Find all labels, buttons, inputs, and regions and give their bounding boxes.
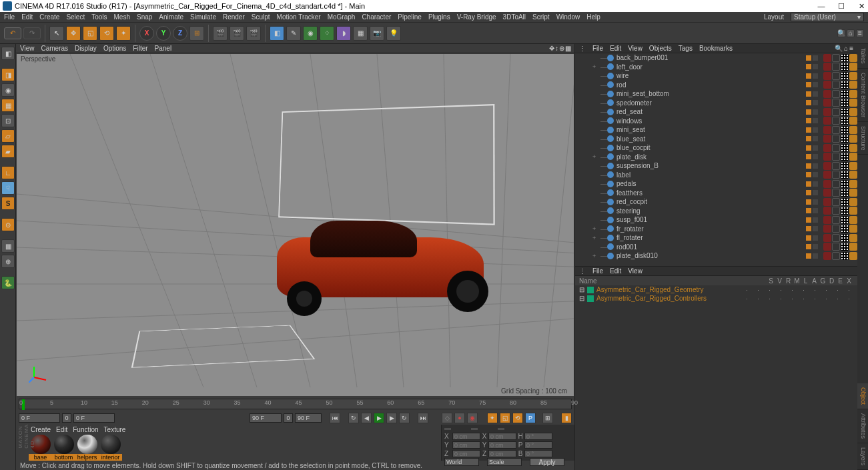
coord-system-toggle[interactable]: ⊞ [189,26,204,41]
menu-mesh[interactable]: Mesh [114,13,130,21]
vp-menu-filter[interactable]: Filter [133,45,147,52]
menu-file[interactable]: File [4,13,15,21]
record-button[interactable]: ● [454,413,465,423]
texture-mode[interactable]: ◉ [1,83,15,97]
object-row[interactable]: —spedometer [575,99,857,108]
maximize-button[interactable]: ☐ [837,2,845,11]
layer-list[interactable]: ⊟Asymmetric_Car_Rigged_Geometry·········… [575,285,857,470]
z-axis-lock[interactable]: Z [173,26,187,41]
menu-window[interactable]: Window [556,13,580,21]
om-home-icon[interactable]: ⌂ [844,45,848,52]
model-mode[interactable]: ◨ [1,68,15,81]
object-row[interactable]: —featthers [575,189,857,198]
make-editable-button[interactable]: ◧ [1,47,15,60]
material-helpers[interactable]: helpers [75,434,99,461]
object-row[interactable]: —label [575,171,857,180]
menu-plugins[interactable]: Plugins [428,13,450,21]
minimize-button[interactable]: — [817,2,825,10]
viewport-solo[interactable]: ▦ [1,239,15,253]
key-scale-button[interactable]: ◱ [500,413,510,423]
close-button[interactable]: ✕ [857,2,865,11]
om-grip-icon[interactable]: ⋮ [579,45,586,52]
layer-row[interactable]: ⊟Asymmetric_Car_Rigged_Geometry·········… [575,285,857,294]
undo-button[interactable]: ↶ [4,27,21,39]
om-menu-objects[interactable]: Objects [649,45,672,52]
vp-menu-view[interactable]: View [20,45,35,52]
start-pad[interactable]: 0 [62,413,71,423]
layer-row[interactable]: ⊟Asymmetric_Car_Rigged_Controllers······… [575,294,857,303]
lm-menu-file[interactable]: File [592,267,603,275]
material-interior[interactable]: interior [99,434,122,461]
material-shelf[interactable]: basebottomhelpersinterior [27,434,441,461]
redo-button[interactable]: ↷ [23,27,41,39]
object-row[interactable]: —rod001 [575,243,857,252]
menu-edit[interactable]: Edit [21,13,33,21]
menu-vray[interactable]: V-Ray Bridge [457,13,496,21]
rotate-tool[interactable]: ⟲ [99,26,114,41]
workplane-mode[interactable]: ▦ [1,99,15,112]
object-row[interactable]: —susp_f001 [575,215,857,225]
live-select-tool[interactable]: ↖ [49,26,64,41]
camera-object[interactable]: 📷 [370,26,384,41]
goto-end-button[interactable]: ⏭ [418,413,428,423]
menu-tools[interactable]: Tools [91,13,107,21]
coord-system-select[interactable]: World [444,458,479,466]
om-search-icon[interactable]: 🔍 [835,45,843,52]
object-row[interactable]: —pedals [575,179,857,189]
object-row[interactable]: —steering [575,207,857,216]
vp-zoom-icon[interactable]: ↕ [555,45,558,52]
menu-help[interactable]: Help [586,13,600,21]
timeline-marker-button[interactable]: ▮ [561,413,572,423]
apply-button[interactable]: Apply [530,458,564,466]
side-tab-content[interactable]: Content Browser [857,69,868,122]
om-opts-icon[interactable]: ≡ [849,45,853,52]
object-row[interactable]: +—left_door [575,63,857,72]
polygon-mode[interactable]: ▰ [1,145,15,158]
light-object[interactable]: 💡 [386,26,401,41]
object-row[interactable]: —red_cocpit [575,197,857,207]
python-mode[interactable]: 🐍 [1,276,15,289]
render-settings-button[interactable]: 🎬 [246,26,261,41]
object-row[interactable]: —windows [575,117,857,126]
side-tab-layers[interactable]: Layers [857,443,868,470]
vp-layout-icon[interactable]: ▦ [565,45,570,52]
vp-rotate-icon[interactable]: ⊕ [559,45,564,52]
side-tab-structure[interactable]: Structure [857,122,868,155]
menu-create[interactable]: Create [39,13,59,21]
object-row[interactable]: +—plate_disk [575,153,857,162]
end-pad[interactable]: 0 [284,413,293,423]
point-mode[interactable]: ⊡ [1,114,15,127]
side-tab-takes[interactable]: Takes [857,44,868,69]
start-frame-field[interactable]: 0 F [19,413,60,423]
pen-tool[interactable]: ✎ [286,26,301,41]
x-axis-lock[interactable]: X [139,26,154,41]
object-row[interactable]: +—plate_disk010 [575,251,857,261]
menu-animate[interactable]: Animate [159,13,183,21]
menu-script[interactable]: Script [532,13,550,21]
object-row[interactable]: —mini_seat [575,125,857,135]
locked-workplane[interactable]: ⊕ [1,255,15,268]
menu-3dtoall[interactable]: 3DToAll [503,13,526,21]
key-rot-button[interactable]: ⟲ [512,413,523,423]
vp-menu-display[interactable]: Display [75,45,97,52]
y-axis-lock[interactable]: Y [156,26,171,41]
scale-tool[interactable]: ◱ [83,26,97,41]
menu-snap[interactable]: Snap [137,13,152,21]
snap-button[interactable]: S [1,197,15,210]
lm-grip-icon[interactable]: ⋮ [579,267,586,275]
layout-dropdown[interactable]: Startup (User)▾ [791,13,864,21]
key-pos-button[interactable]: ✦ [487,413,498,423]
timeline-ruler[interactable]: 051015202530354045505560657075808590 [16,397,574,411]
edge-mode[interactable]: ▱ [1,129,15,143]
om-menu-file[interactable]: File [592,45,603,52]
key-param-button[interactable]: P [525,413,536,423]
lm-menu-edit[interactable]: Edit [610,267,621,275]
home-icon[interactable]: ⌂ [847,29,855,37]
menu-render[interactable]: Render [223,13,245,21]
current-frame-field[interactable]: 0 F [73,413,115,423]
record-disabled-button[interactable]: ◇ [442,413,452,423]
play-button[interactable]: ▶ [374,413,384,423]
goto-start-button[interactable]: ⏮ [330,413,340,423]
loop-button[interactable]: ↻ [348,413,359,423]
material-bottom[interactable]: bottom [52,434,75,461]
